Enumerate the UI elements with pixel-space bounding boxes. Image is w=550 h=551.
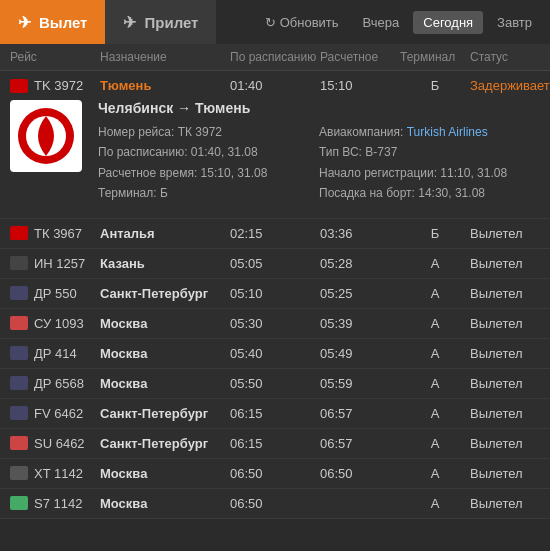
- tab-arrival-label: Прилет: [144, 14, 198, 31]
- terminal: А: [400, 316, 470, 331]
- airline-icon: [10, 496, 28, 510]
- flight-row[interactable]: ДР 414 Москва 05:40 05:49 А Вылетел: [0, 339, 550, 369]
- scheduled-time: 05:40: [230, 346, 320, 361]
- flights-container: TK 3972 Тюмень 01:40 15:10 Б Задерживает…: [0, 71, 550, 519]
- flight-number: S7 1142: [10, 496, 100, 511]
- terminal: А: [400, 376, 470, 391]
- nav-actions: ↻ Обновить Вчера Сегодня Завтр: [255, 11, 550, 34]
- detail-checkin: Начало регистрации: 11:10, 31.08: [319, 163, 540, 183]
- top-nav: ✈ Вылет ✈ Прилет ↻ Обновить Вчера Сегодн…: [0, 0, 550, 44]
- flight-id: SU 6462: [34, 436, 85, 451]
- status: Задерживается: [470, 78, 550, 93]
- terminal: А: [400, 286, 470, 301]
- scheduled-time: 01:40: [230, 78, 320, 93]
- airline-icon: [10, 79, 28, 93]
- destination: Москва: [100, 466, 230, 481]
- airline-icon: [10, 436, 28, 450]
- airline-logo: [10, 100, 82, 172]
- status: Вылетел: [470, 226, 540, 241]
- col-destination: Назначение: [100, 50, 230, 64]
- terminal: А: [400, 436, 470, 451]
- flight-number: TK 3972: [10, 78, 100, 93]
- tomorrow-button[interactable]: Завтр: [487, 11, 542, 34]
- airline-link[interactable]: Turkish Airlines: [407, 125, 488, 139]
- flight-id: S7 1142: [34, 496, 82, 511]
- table-header: Рейс Назначение По расписанию Расчетное …: [0, 44, 550, 71]
- destination: Казань: [100, 256, 230, 271]
- terminal: Б: [400, 78, 470, 93]
- flight-id: ДР 414: [34, 346, 77, 361]
- status: Вылетел: [470, 256, 540, 271]
- flight-row[interactable]: СУ 1093 Москва 05:30 05:39 А Вылетел: [0, 309, 550, 339]
- terminal: А: [400, 496, 470, 511]
- flight-row[interactable]: FV 6462 Санкт-Петербург 06:15 06:57 А Вы…: [0, 399, 550, 429]
- airline-icon: [10, 226, 28, 240]
- terminal: А: [400, 256, 470, 271]
- destination: Москва: [100, 376, 230, 391]
- estimated-time: 05:39: [320, 316, 400, 331]
- estimated-time: 06:50: [320, 466, 400, 481]
- flight-id: СУ 1093: [34, 316, 84, 331]
- status: Вылетел: [470, 346, 540, 361]
- col-estimated: Расчетное: [320, 50, 400, 64]
- status: Вылетел: [470, 316, 540, 331]
- status: Вылетел: [470, 406, 540, 421]
- flight-number: ДР 414: [10, 346, 100, 361]
- flight-number: FV 6462: [10, 406, 100, 421]
- flight-row[interactable]: SU 6462 Санкт-Петербург 06:15 06:57 А Вы…: [0, 429, 550, 459]
- airline-icon: [10, 286, 28, 300]
- detail-schedule: По расписанию: 01:40, 31.08: [98, 142, 319, 162]
- flight-row[interactable]: TK 3972 Тюмень 01:40 15:10 Б Задерживает…: [0, 71, 550, 100]
- status: Вылетел: [470, 436, 540, 451]
- refresh-icon: ↻: [265, 15, 276, 30]
- flight-number: XT 1142: [10, 466, 100, 481]
- yesterday-button[interactable]: Вчера: [353, 11, 410, 34]
- flight-row[interactable]: ИН 1257 Казань 05:05 05:28 А Вылетел: [0, 249, 550, 279]
- scheduled-time: 05:30: [230, 316, 320, 331]
- refresh-label: Обновить: [280, 15, 339, 30]
- flight-row[interactable]: ДР 550 Санкт-Петербург 05:10 05:25 А Выл…: [0, 279, 550, 309]
- tab-departure-label: Вылет: [39, 14, 87, 31]
- flight-id: XT 1142: [34, 466, 83, 481]
- scheduled-time: 06:50: [230, 496, 320, 511]
- flight-row[interactable]: XT 1142 Москва 06:50 06:50 А Вылетел: [0, 459, 550, 489]
- destination: Москва: [100, 496, 230, 511]
- refresh-button[interactable]: ↻ Обновить: [255, 11, 349, 34]
- destination: Санкт-Петербург: [100, 286, 230, 301]
- detail-calc-time: Расчетное время: 15:10, 31.08: [98, 163, 319, 183]
- flight-number: ТК 3967: [10, 226, 100, 241]
- flight-id: ТК 3967: [34, 226, 82, 241]
- flight-number: SU 6462: [10, 436, 100, 451]
- arrival-icon: ✈: [123, 13, 136, 32]
- detail-boarding: Посадка на борт: 14:30, 31.08: [319, 183, 540, 203]
- departure-icon: ✈: [18, 13, 31, 32]
- tab-departure[interactable]: ✈ Вылет: [0, 0, 105, 44]
- estimated-time: 05:25: [320, 286, 400, 301]
- col-status: Статус: [470, 50, 540, 64]
- svg-point-2: [40, 130, 52, 142]
- airline-icon: [10, 316, 28, 330]
- flight-id: ИН 1257: [34, 256, 85, 271]
- terminal: Б: [400, 226, 470, 241]
- detail-airline: Авиакомпания: Turkish Airlines: [319, 122, 540, 142]
- destination: Тюмень: [100, 78, 230, 93]
- flight-row[interactable]: ДР 6568 Москва 05:50 05:59 А Вылетел: [0, 369, 550, 399]
- destination: Анталья: [100, 226, 230, 241]
- today-button[interactable]: Сегодня: [413, 11, 483, 34]
- flight-row[interactable]: S7 1142 Москва 06:50 А Вылетел: [0, 489, 550, 519]
- terminal: А: [400, 346, 470, 361]
- flight-number: ДР 6568: [10, 376, 100, 391]
- detail-route: Челябинск → Тюмень: [98, 100, 540, 116]
- airline-icon: [10, 376, 28, 390]
- destination: Санкт-Петербург: [100, 406, 230, 421]
- airline-icon: [10, 256, 28, 270]
- flight-number: ИН 1257: [10, 256, 100, 271]
- status: Вылетел: [470, 376, 540, 391]
- flight-id: FV 6462: [34, 406, 83, 421]
- flight-row[interactable]: ТК 3967 Анталья 02:15 03:36 Б Вылетел: [0, 219, 550, 249]
- detail-flight-num: Номер рейса: ТК 3972: [98, 122, 319, 142]
- col-flight: Рейс: [10, 50, 100, 64]
- flight-id: ДР 550: [34, 286, 77, 301]
- col-scheduled: По расписанию: [230, 50, 320, 64]
- tab-arrival[interactable]: ✈ Прилет: [105, 0, 216, 44]
